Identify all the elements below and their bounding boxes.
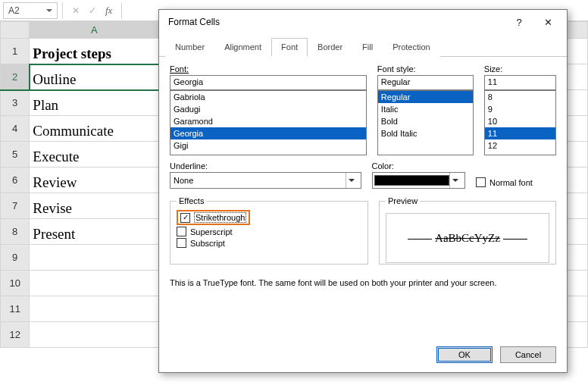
dialog-title: Format Cells xyxy=(168,17,505,27)
list-item[interactable]: Georgia xyxy=(170,127,366,139)
cell-A7[interactable]: Revise xyxy=(30,193,160,219)
preview-group: Preview AaBbCcYyZz xyxy=(379,196,556,265)
size-label: Size: xyxy=(484,64,556,74)
fontstyle-list[interactable]: Regular Italic Bold Bold Italic xyxy=(377,90,474,155)
tab-fill[interactable]: Fill xyxy=(352,38,383,57)
list-item[interactable]: Gabriola xyxy=(170,91,366,103)
font-label: Font: xyxy=(170,64,367,74)
font-input[interactable]: Georgia xyxy=(170,75,367,90)
normal-font-label: Normal font xyxy=(489,178,533,187)
row-header[interactable]: 12 xyxy=(1,322,30,348)
list-item[interactable]: 10 xyxy=(485,115,555,127)
ok-button[interactable]: OK xyxy=(436,346,493,363)
strikethrough-checkbox[interactable]: ✓ Strikethrough xyxy=(180,212,246,223)
list-item[interactable]: Gadugi xyxy=(170,103,366,115)
row-header[interactable]: 4 xyxy=(1,116,30,142)
color-select[interactable] xyxy=(372,172,465,189)
size-list[interactable]: 8 9 10 11 12 14 xyxy=(484,90,556,155)
strikethrough-label: Strikethrough xyxy=(194,212,246,223)
preview-area: AaBbCcYyZz xyxy=(386,213,549,263)
cancel-button[interactable]: Cancel xyxy=(500,346,556,363)
list-item[interactable]: 8 xyxy=(485,91,555,103)
row-header[interactable]: 2 xyxy=(1,64,30,90)
cancel-icon: ✕ xyxy=(72,5,80,16)
help-button[interactable]: ? xyxy=(505,11,533,33)
row-header[interactable]: 8 xyxy=(1,219,30,245)
tab-font[interactable]: Font xyxy=(271,38,308,57)
list-item[interactable]: Bold Italic xyxy=(378,127,473,139)
row-header[interactable]: 11 xyxy=(1,296,30,322)
list-item[interactable]: Italic xyxy=(378,103,473,115)
size-input[interactable]: 11 xyxy=(484,75,556,90)
list-item[interactable]: Gigi xyxy=(170,139,366,152)
preview-legend: Preview xyxy=(386,196,420,205)
color-swatch xyxy=(374,175,449,186)
checkbox-box: ✓ xyxy=(180,213,190,223)
underline-value: None xyxy=(174,176,193,185)
tab-protection[interactable]: Protection xyxy=(383,38,440,57)
titlebar[interactable]: Format Cells ? ✕ xyxy=(159,10,567,34)
name-box[interactable]: A2 xyxy=(3,2,58,19)
cell-A1[interactable]: Project steps xyxy=(30,39,160,64)
strikethrough-highlight: ✓ Strikethrough xyxy=(177,210,250,225)
list-item[interactable]: Regular xyxy=(378,91,473,103)
tab-alignment[interactable]: Alignment xyxy=(214,38,271,57)
font-hint: This is a TrueType font. The same font w… xyxy=(170,278,556,287)
cell-A6[interactable]: Review xyxy=(30,168,160,193)
list-item[interactable]: Gill Sans MT xyxy=(170,152,366,155)
chevron-down-icon[interactable] xyxy=(449,173,461,188)
tab-strip: Number Alignment Font Border Fill Protec… xyxy=(159,37,567,57)
cell[interactable] xyxy=(30,296,160,322)
row-header[interactable]: 6 xyxy=(1,168,30,193)
fx-icon[interactable]: fx xyxy=(105,5,112,17)
separator xyxy=(62,2,63,19)
color-label: Color: xyxy=(372,161,465,171)
close-icon: ✕ xyxy=(544,17,552,28)
cell-A5[interactable]: Execute xyxy=(30,142,160,168)
preview-sample: AaBbCcYyZz xyxy=(405,232,530,245)
tab-border[interactable]: Border xyxy=(308,38,352,57)
list-item[interactable]: 12 xyxy=(485,139,555,152)
superscript-label: Superscript xyxy=(190,227,233,236)
effects-group: Effects ✓ Strikethrough Superscript Subs… xyxy=(170,196,368,265)
underline-select[interactable]: None xyxy=(170,172,361,189)
list-item[interactable]: 11 xyxy=(485,127,555,139)
checkbox-box xyxy=(476,177,486,187)
cell-A4[interactable]: Communicate xyxy=(30,116,160,142)
cell-A8[interactable]: Present xyxy=(30,219,160,245)
cell[interactable] xyxy=(30,245,160,271)
col-header-A[interactable]: A xyxy=(30,22,160,39)
row-header[interactable]: 1 xyxy=(1,39,30,64)
separator xyxy=(121,2,122,19)
list-item[interactable]: Bold xyxy=(378,115,473,127)
row-header[interactable]: 9 xyxy=(1,245,30,271)
normal-font-checkbox[interactable]: Normal font xyxy=(476,177,556,187)
underline-label: Underline: xyxy=(170,161,361,171)
close-button[interactable]: ✕ xyxy=(533,11,562,33)
chevron-down-icon[interactable] xyxy=(46,9,52,12)
name-box-value: A2 xyxy=(8,5,20,16)
list-item[interactable]: Garamond xyxy=(170,115,366,127)
row-header[interactable]: 3 xyxy=(1,90,30,116)
font-list[interactable]: Gabriola Gadugi Garamond Georgia Gigi Gi… xyxy=(170,90,367,155)
fontstyle-label: Font style: xyxy=(377,64,474,74)
superscript-checkbox[interactable]: Superscript xyxy=(177,227,361,236)
select-all-corner[interactable] xyxy=(1,22,30,39)
list-item[interactable]: 9 xyxy=(485,103,555,115)
help-icon: ? xyxy=(516,17,521,28)
row-header[interactable]: 10 xyxy=(1,271,30,296)
cell[interactable] xyxy=(30,322,160,348)
cell-A2[interactable]: Outline xyxy=(30,64,160,90)
checkbox-box xyxy=(177,227,186,236)
format-cells-dialog: Format Cells ? ✕ Number Alignment Font B… xyxy=(158,9,568,373)
tab-number[interactable]: Number xyxy=(165,38,214,57)
subscript-checkbox[interactable]: Subscript xyxy=(177,238,361,248)
cell[interactable] xyxy=(30,271,160,296)
list-item[interactable]: 14 xyxy=(485,152,555,155)
cell-A3[interactable]: Plan xyxy=(30,90,160,116)
fontstyle-input[interactable]: Regular xyxy=(377,75,474,90)
row-header[interactable]: 5 xyxy=(1,142,30,168)
row-header[interactable]: 7 xyxy=(1,193,30,219)
chevron-down-icon[interactable] xyxy=(346,173,358,188)
checkbox-box xyxy=(177,238,186,248)
